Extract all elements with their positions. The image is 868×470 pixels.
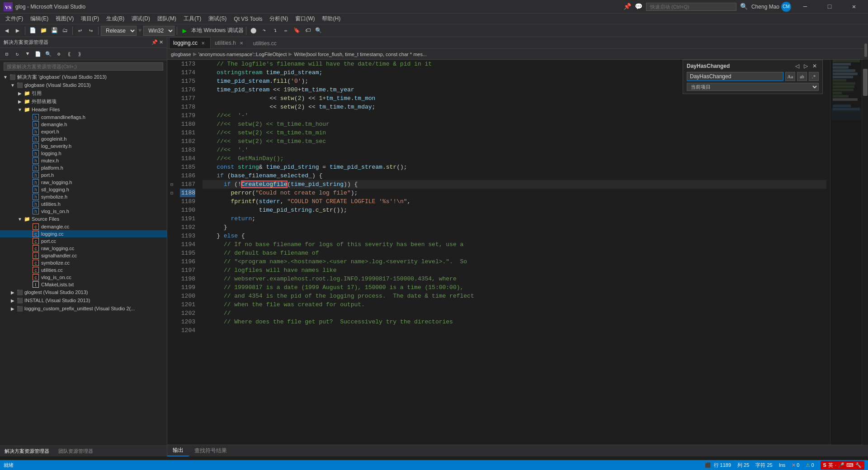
tree-item-glogtest[interactable]: ▶ ⬛ glogtest (Visual Studio 2013) bbox=[0, 288, 167, 296]
menu-help[interactable]: 帮助(H) bbox=[318, 14, 344, 24]
tab-close-button[interactable]: ✕ bbox=[199, 39, 207, 47]
tree-item-source-files[interactable]: ▼ 📁 Source Files bbox=[0, 215, 167, 223]
menu-project[interactable]: 项目(P) bbox=[77, 14, 103, 24]
tree-item-header-files[interactable]: ▼ 📁 Header Files bbox=[0, 105, 167, 114]
error-indicator[interactable]: ✕ 0 bbox=[792, 462, 799, 468]
cursor-line-indicator[interactable]: ⬛ 行 1189 bbox=[705, 462, 731, 469]
menu-view[interactable]: 视图(V) bbox=[52, 14, 77, 24]
se-extra-button[interactable]: ⟪ bbox=[64, 49, 74, 59]
tree-item-utilities-cc[interactable]: ▶ c utilities.cc bbox=[0, 266, 167, 274]
tree-item-port-cc[interactable]: ▶ c port.cc bbox=[0, 237, 167, 245]
tree-item-demangle-h[interactable]: ▶ h demangle.h bbox=[0, 121, 167, 128]
bookmark-button[interactable]: 🏷 bbox=[303, 26, 313, 36]
tree-item-external[interactable]: ▶ 📁 外部依赖项 bbox=[0, 97, 167, 105]
save-button[interactable]: 💾 bbox=[49, 26, 59, 36]
config-dropdown[interactable]: Release Debug bbox=[101, 26, 137, 36]
run-button[interactable]: ▶ bbox=[179, 26, 189, 36]
tree-item-port-h[interactable]: ▶ h port.h bbox=[0, 171, 167, 179]
tree-item-vlog-is-on-h[interactable]: ▶ h vlog_is_on.h bbox=[0, 208, 167, 215]
menu-edit[interactable]: 编辑(E) bbox=[27, 14, 52, 24]
breadcrumb-project[interactable]: glogbase bbox=[171, 52, 191, 57]
maximize-button[interactable]: □ bbox=[819, 0, 840, 14]
close-button[interactable]: ✕ bbox=[844, 0, 864, 14]
tab-utilities-cc[interactable]: utilities.cc bbox=[249, 38, 281, 48]
minimize-button[interactable]: ─ bbox=[795, 0, 816, 14]
find-button[interactable]: 🔍 bbox=[314, 26, 324, 36]
tree-item-logging-custom[interactable]: ▶ ⬛ logging_custom_prefix_unittest (Visu… bbox=[0, 304, 167, 313]
tab-logging-cc[interactable]: logging.cc ✕ bbox=[169, 37, 211, 48]
sogou-lang[interactable]: 英 bbox=[828, 462, 833, 469]
tree-item-platform-h[interactable]: ▶ h platform.h bbox=[0, 164, 167, 171]
se-collapse-button[interactable]: ⊟ bbox=[2, 49, 12, 59]
menu-test[interactable]: 测试(S) bbox=[205, 14, 230, 24]
tree-item-export-h[interactable]: ▶ h export.h bbox=[0, 128, 167, 135]
tree-item-logging-cc[interactable]: ▶ c logging.cc bbox=[0, 230, 167, 237]
solution-explorer-search[interactable] bbox=[4, 62, 163, 71]
breadcrumb-function[interactable]: Write(bool force_flush, time_t timestamp… bbox=[294, 52, 427, 57]
step-into-button[interactable]: ↴ bbox=[270, 26, 280, 36]
se-filter-button[interactable]: ▼ bbox=[23, 49, 33, 59]
se-pin-button[interactable]: 📌 bbox=[151, 39, 158, 45]
se-tab-solution[interactable]: 解决方案资源管理器 bbox=[0, 446, 54, 456]
platform-dropdown[interactable]: Win32 x64 bbox=[143, 26, 175, 36]
fold-marker[interactable]: ⊟ bbox=[167, 180, 176, 189]
se-refresh-button[interactable]: ↻ bbox=[12, 49, 22, 59]
forward-button[interactable]: ▶ bbox=[13, 26, 23, 36]
tree-item-install[interactable]: ▶ ⬛ INSTALL (Visual Studio 2013) bbox=[0, 296, 167, 304]
menu-qt[interactable]: Qt VS Tools bbox=[230, 15, 266, 23]
open-file-button[interactable]: 📁 bbox=[38, 26, 48, 36]
breadcrumb-namespace[interactable]: 'anonymous-namespace'::LogFileObject bbox=[198, 52, 287, 57]
step-over-button[interactable]: ↷ bbox=[259, 26, 269, 36]
menu-analyze[interactable]: 分析(N) bbox=[266, 14, 292, 24]
menu-tools[interactable]: 工具(T) bbox=[180, 14, 205, 24]
find-option-case[interactable]: Aa bbox=[785, 72, 795, 81]
menu-debug[interactable]: 调试(D) bbox=[128, 14, 154, 24]
tree-item-glogbase[interactable]: ▼ ⬛ glogbase (Visual Studio 2013) bbox=[0, 81, 167, 89]
comment-button[interactable]: ✏ bbox=[281, 26, 291, 36]
se-props-button[interactable]: ⚙ bbox=[54, 49, 64, 59]
sogou-keyboard[interactable]: ⌨ bbox=[846, 462, 854, 468]
undo-button[interactable]: ↩ bbox=[75, 26, 85, 36]
save-all-button[interactable]: 🗂 bbox=[60, 26, 70, 36]
tab-close-button[interactable]: ✕ bbox=[238, 39, 245, 47]
tree-item-googleinit-h[interactable]: ▶ h googleinit.h bbox=[0, 135, 167, 142]
tree-item-vlog-is-on-cc[interactable]: ▶ c vlog_is_on.cc bbox=[0, 274, 167, 281]
se-files-button[interactable]: 📄 bbox=[33, 49, 43, 59]
sogou-voice[interactable]: 🎤 bbox=[838, 462, 844, 468]
menu-team[interactable]: 团队(M) bbox=[154, 14, 180, 24]
menu-window[interactable]: 窗口(W) bbox=[292, 14, 318, 24]
uncomment-button[interactable]: 🔖 bbox=[292, 26, 302, 36]
new-project-button[interactable]: 📄 bbox=[28, 26, 38, 36]
find-option-word[interactable]: ab bbox=[797, 72, 807, 81]
tree-item-solution[interactable]: ▼ ⬛ 解决方案 'glogbase' (Visual Studio 2013) bbox=[0, 73, 167, 81]
minimap[interactable] bbox=[830, 60, 862, 445]
feedback-icon[interactable]: 💬 bbox=[635, 3, 642, 10]
se-search-button[interactable]: 🔍 bbox=[43, 49, 53, 59]
find-scope-select[interactable]: 当前项目 整个解决方案 当前文档 bbox=[687, 83, 819, 91]
find-back-button[interactable]: ◁ bbox=[793, 63, 801, 69]
tree-item-stl-logging-h[interactable]: ▶ h stl_logging.h bbox=[0, 186, 167, 193]
fold-marker[interactable]: ⊟ bbox=[167, 189, 176, 197]
user-avatar[interactable]: CM bbox=[781, 2, 791, 12]
tree-item-logging-h[interactable]: ▶ h logging.h bbox=[0, 150, 167, 157]
tree-item-signalhandler-cc[interactable]: ▶ c signalhandler.cc bbox=[0, 252, 167, 259]
code-editor[interactable]: ⊟ ⊟ 1173 1174 1175 1176 1177 1178 1179 1… bbox=[167, 60, 868, 445]
code-content[interactable]: // The logfile's filename will have the … bbox=[199, 60, 830, 445]
ins-indicator[interactable]: Ins bbox=[779, 462, 786, 468]
se-extra2-button[interactable]: ⟫ bbox=[75, 49, 85, 59]
tree-item-raw-logging-h[interactable]: ▶ h raw_logging.h bbox=[0, 179, 167, 186]
find-close-button[interactable]: ✕ bbox=[811, 63, 819, 69]
back-button[interactable]: ◀ bbox=[2, 26, 12, 36]
se-tab-team[interactable]: 团队资源管理器 bbox=[54, 446, 98, 456]
output-tab[interactable]: 输出 bbox=[167, 445, 189, 456]
redo-button[interactable]: ↪ bbox=[86, 26, 96, 36]
search-icon[interactable]: 🔍 bbox=[740, 3, 748, 10]
find-input[interactable] bbox=[687, 72, 783, 81]
tree-item-symbolize-cc[interactable]: ▶ c symbolize.cc bbox=[0, 259, 167, 266]
tree-item-symbolize-h[interactable]: ▶ h symbolize.h bbox=[0, 193, 167, 200]
quick-launch-input[interactable] bbox=[646, 3, 736, 11]
vertical-scrollbar[interactable] bbox=[862, 60, 868, 445]
warning-indicator[interactable]: ⚠ 0 bbox=[806, 462, 814, 468]
tree-item-ref[interactable]: ▶ 📁 引用 bbox=[0, 89, 167, 97]
tree-item-raw-logging-cc[interactable]: ▶ c raw_logging.cc bbox=[0, 245, 167, 252]
